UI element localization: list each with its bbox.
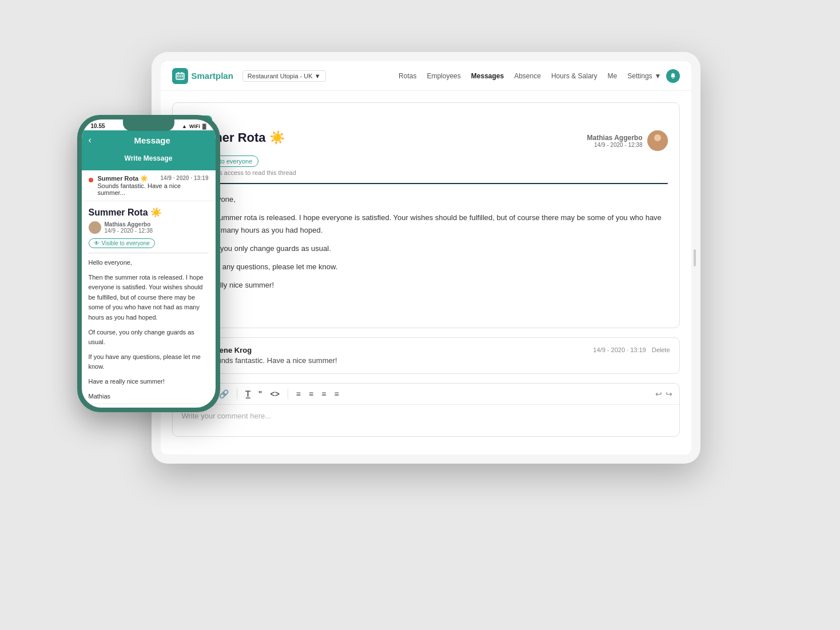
logo: Smartplan	[172, 68, 233, 84]
message-header: Summer Rota ☀️ Mathias Aggerbo 14/9 - 20…	[184, 130, 668, 151]
message-divider	[184, 183, 668, 184]
signal-icon: ▲	[182, 123, 187, 129]
author-name: Mathias Aggerbo	[587, 134, 643, 142]
nav-hours-salary[interactable]: Hours & Salary	[551, 72, 598, 80]
phone-body-2: Then the summer rota is released. I hope…	[89, 273, 209, 323]
preview-content: Summer Rota ☀️ 14/9 · 2020 · 13:19 Sound…	[98, 175, 209, 196]
write-message-button[interactable]: Write Message	[87, 150, 210, 167]
nav-employees[interactable]: Employees	[427, 72, 460, 80]
tablet-screen: Smartplan Restaurant Utopia - UK ▼ Rotas…	[161, 61, 691, 454]
location-selector[interactable]: Restaurant Utopia - UK ▼	[242, 70, 326, 82]
phone-comments-section: Comments Helene Krog 14/9 · 2020 · 13:19…	[82, 404, 216, 408]
logo-text: Smartplan	[192, 71, 233, 81]
svg-rect-6	[182, 75, 183, 77]
phone-header: ‹ Message	[82, 130, 216, 150]
nav-messages[interactable]: Messages	[471, 72, 504, 80]
list-button[interactable]: ≡	[294, 388, 303, 400]
author-info: Mathias Aggerbo 14/9 - 2020 - 12:38	[587, 130, 668, 151]
undo-button[interactable]: ↩	[655, 389, 662, 398]
toolbar-divider-1	[237, 389, 237, 399]
phone-header-title: Message	[96, 135, 209, 145]
phone-screen: 10.55 ▲ WiFi ▓ ‹ Message Write Message	[82, 119, 216, 408]
body-line-3: Of course, you only change guards as usu…	[184, 242, 668, 255]
nav-rotas[interactable]: Rotas	[399, 72, 416, 80]
settings-label: Settings	[627, 72, 652, 80]
author-avatar	[647, 130, 668, 151]
logo-icon	[172, 68, 188, 84]
svg-point-8	[654, 134, 661, 141]
scene: Smartplan Restaurant Utopia - UK ▼ Rotas…	[77, 35, 763, 595]
phone-body-1: Hello everyone,	[89, 258, 209, 268]
notifications-icon[interactable]	[666, 69, 680, 83]
reply-meta: Helene Krog 14/9 - 2020 · 13:19 Delete	[208, 346, 670, 354]
phone: 10.55 ▲ WiFi ▓ ‹ Message Write Message	[77, 115, 220, 412]
phone-visible-label: Visible to everyone	[102, 240, 150, 246]
svg-rect-2	[178, 72, 179, 74]
visibility-subtext: Everyone has access to read this thread	[184, 169, 668, 176]
redo-button[interactable]: ↪	[666, 389, 672, 398]
body-line-1: Hello everyone,	[184, 193, 668, 206]
wifi-icon: WiFi	[189, 123, 200, 129]
phone-author-avatar	[89, 221, 101, 234]
status-icons: ▲ WiFi ▓	[182, 123, 206, 129]
nav-links: Rotas Employees Messages Absence Hours &…	[399, 72, 661, 80]
phone-notch	[123, 119, 174, 131]
phone-author-date: 14/9 - 2020 - 12:38	[105, 228, 153, 234]
phone-body-4: If you have any questions, please let me…	[89, 352, 209, 372]
message-body: Hello everyone, Then the summer rota is …	[184, 193, 668, 310]
unread-dot	[89, 178, 93, 182]
body-line-2: Then the summer rota is released. I hope…	[184, 212, 668, 237]
phone-author-name: Mathias Aggerbo	[105, 221, 153, 228]
phone-divider	[89, 253, 209, 253]
phone-body-3: Of course, you only change guards as usu…	[89, 328, 209, 348]
toolbar-divider-2	[288, 389, 288, 399]
preview-subject: Summer Rota ☀️	[98, 175, 149, 182]
author-date: 14/9 - 2020 - 12:38	[587, 142, 643, 148]
preview-time: 14/9 · 2020 · 13:19	[161, 175, 209, 182]
reply-content: Helene Krog 14/9 - 2020 · 13:19 Delete S…	[208, 346, 670, 365]
preview-snippet: Sounds fantastic. Have a nice summer...	[98, 182, 209, 196]
reply-time: 14/9 - 2020 · 13:19	[593, 346, 646, 353]
message-card: Public Summer Rota ☀️ Mathias Aggerbo 14…	[172, 102, 680, 328]
preview-title: Summer Rota ☀️ 14/9 · 2020 · 13:19	[98, 175, 209, 182]
body-line-6: Mathias	[184, 298, 668, 310]
code-button[interactable]: <>	[268, 388, 282, 400]
public-badge: Public	[184, 114, 668, 130]
phone-content: Summer Rota ☀️ Mathias Aggerbo 14/9 - 20…	[82, 201, 216, 404]
phone-eye-icon: 👁	[94, 240, 99, 246]
nav-settings[interactable]: Settings ▼	[627, 72, 661, 80]
comment-editor: B I S 🔗 T̲ " <> ≡ ≡ ≡ ≡ ↩	[172, 383, 680, 437]
tablet-content: Public Summer Rota ☀️ Mathias Aggerbo 14…	[161, 91, 691, 454]
svg-rect-3	[181, 72, 182, 74]
comment-input[interactable]: Write your comment here...	[173, 405, 679, 436]
body-line-5: Have a really nice summer!	[184, 279, 668, 292]
svg-rect-4	[177, 75, 178, 77]
message-preview[interactable]: Summer Rota ☀️ 14/9 · 2020 · 13:19 Sound…	[82, 170, 216, 201]
text-button[interactable]: T̲	[243, 388, 253, 400]
outdent-button[interactable]: ≡	[332, 388, 341, 400]
write-message-area: Write Message	[82, 150, 216, 170]
editor-toolbar: B I S 🔗 T̲ " <> ≡ ≡ ≡ ≡ ↩	[173, 384, 679, 405]
settings-chevron: ▼	[655, 72, 662, 80]
tablet: Smartplan Restaurant Utopia - UK ▼ Rotas…	[152, 52, 700, 464]
phone-body-5: Have a really nice summer!	[89, 377, 209, 387]
phone-message-title: Summer Rota ☀️	[89, 207, 209, 218]
status-time: 10.55	[91, 123, 105, 129]
indent-button[interactable]: ≡	[319, 388, 328, 400]
reply-card: Helene Krog 14/9 - 2020 · 13:19 Delete S…	[172, 337, 680, 374]
phone-author-info: Mathias Aggerbo 14/9 - 2020 - 12:38	[105, 221, 153, 234]
phone-author: Mathias Aggerbo 14/9 - 2020 - 12:38	[89, 221, 209, 234]
quote-button[interactable]: "	[256, 388, 265, 400]
delete-reply-button[interactable]: Delete	[652, 346, 670, 353]
back-button[interactable]: ‹	[89, 135, 91, 145]
nav-me[interactable]: Me	[608, 72, 618, 80]
svg-rect-5	[180, 75, 181, 77]
tablet-navbar: Smartplan Restaurant Utopia - UK ▼ Rotas…	[161, 61, 691, 91]
nav-absence[interactable]: Absence	[514, 72, 541, 80]
ordered-list-button[interactable]: ≡	[306, 388, 316, 400]
body-line-4: If you have any questions, please let me…	[184, 261, 668, 273]
battery-icon: ▓	[202, 123, 206, 129]
phone-body-6: Mathias	[89, 392, 209, 402]
phone-visible-badge[interactable]: 👁 Visible to everyone	[89, 238, 155, 248]
reply-text: Sounds fantastic. Have a nice summer!	[208, 356, 670, 365]
